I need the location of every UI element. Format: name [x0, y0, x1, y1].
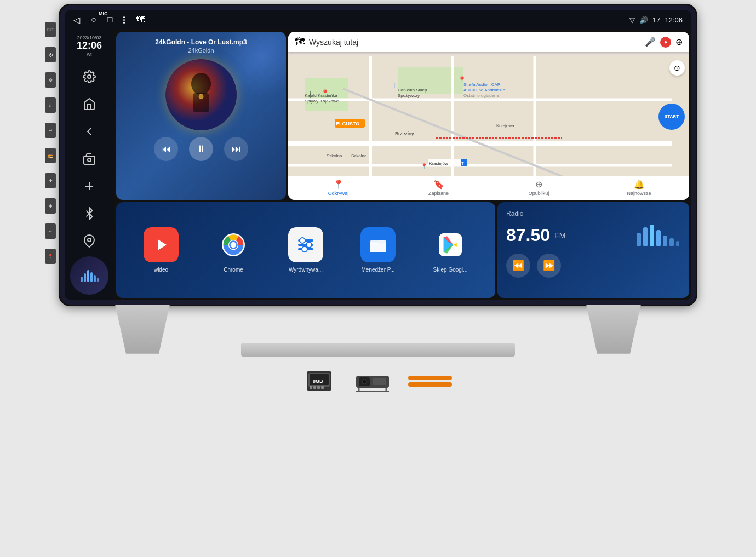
back-nav-btn[interactable]: ◁ [73, 15, 80, 25]
rst-button[interactable]: RST [45, 22, 56, 37]
map-saved-btn[interactable]: 🔖 Zapisane [388, 179, 489, 196]
svg-point-60 [231, 242, 237, 248]
home-button[interactable]: ⌂ [45, 97, 56, 113]
sidebar-bluetooth-icon[interactable] [77, 202, 101, 226]
stand-right-arm [586, 305, 641, 354]
svg-rect-72 [650, 225, 654, 246]
svg-point-16 [199, 94, 203, 99]
battery-level: 17 [652, 16, 660, 24]
more-nav-btn[interactable] [123, 16, 125, 24]
radio-prev-btn[interactable]: ⏪ [506, 254, 530, 278]
publish-label: Opublikuj [529, 191, 549, 196]
power-button[interactable]: ⏻ [45, 47, 56, 62]
add-button[interactable]: ✚ [45, 173, 56, 188]
svg-rect-93 [408, 376, 452, 380]
svg-text:Strefa Audio - CAR: Strefa Audio - CAR [463, 82, 501, 87]
svg-text:📍: 📍 [458, 76, 466, 84]
svg-text:AUDIO na Androidzie !: AUDIO na Androidzie ! [463, 88, 507, 93]
map-widget: 🗺 🎤 ● ⊕ [288, 32, 689, 200]
svg-point-65 [306, 242, 312, 248]
music-player: 24kGoldn - Love Or Lust.mp3 24kGoldn [116, 32, 286, 200]
recent-nav-btn[interactable]: □ [107, 15, 113, 25]
status-indicators: ▽ 🔊 17 12:06 [629, 16, 683, 24]
svg-text:ELGUSTO: ELGUSTO [336, 121, 359, 127]
status-bar: ◁ ○ □ 🗺 ▽ 🔊 17 12:06 [65, 10, 691, 30]
maps-nav-btn[interactable]: 🗺 [136, 15, 145, 25]
radio-button[interactable]: 📻 [45, 148, 56, 163]
map-search-input[interactable] [309, 38, 640, 47]
app-equalizer[interactable]: Wyrównywa... [288, 227, 323, 273]
app-video[interactable]: wideo [144, 227, 179, 273]
svg-rect-8 [84, 273, 86, 282]
radio-header: Radio [506, 210, 680, 217]
sidebar-radio-icon[interactable] [77, 147, 101, 171]
layers-icon[interactable]: ⊕ [675, 37, 683, 47]
video-app-label: wideo [154, 267, 168, 273]
latest-label: Najnowsze [627, 191, 651, 196]
sidebar-back-icon[interactable] [77, 119, 101, 143]
svg-point-6 [88, 238, 91, 242]
audio-widget[interactable] [70, 256, 108, 295]
stand-base [241, 343, 515, 357]
map-bg: Kajaki Krasieńka - Spływy Kajakowe... Da… [288, 56, 689, 176]
music-controls: ⏮ ⏸ ⏭ [123, 137, 279, 161]
next-button[interactable]: ⏭ [224, 137, 248, 161]
sidebar-location-icon[interactable] [77, 229, 101, 253]
start-navigation-btn[interactable]: START [658, 104, 685, 130]
svg-point-0 [88, 75, 91, 78]
sd-card-accessory: 8GB [304, 369, 337, 393]
map-publish-btn[interactable]: ⊕ Opublikuj [489, 179, 589, 196]
volume-icon: 🔊 [639, 16, 648, 24]
app-chrome[interactable]: Chrome [216, 227, 251, 273]
sidebar-home-icon[interactable] [77, 92, 101, 116]
chrome-app-label: Chrome [224, 267, 243, 273]
maps-logo: 🗺 [295, 36, 305, 48]
mic-search-icon[interactable]: 🎤 [645, 37, 656, 47]
svg-marker-55 [158, 239, 167, 250]
settings-button[interactable]: ⚙ [45, 72, 56, 88]
accessories-row: 8GB [304, 367, 452, 395]
svg-rect-74 [663, 236, 667, 246]
radio-next-btn[interactable]: ⏩ [537, 254, 561, 278]
svg-rect-76 [676, 241, 679, 246]
music-artist: 24kGoldn [123, 47, 279, 54]
radio-frequency: 87.50 [506, 225, 550, 245]
bluetooth-button[interactable]: ✱ [45, 198, 56, 214]
sidebar-settings-icon[interactable] [77, 65, 101, 89]
svg-text:📍: 📍 [421, 163, 428, 170]
svg-rect-82 [313, 386, 316, 389]
nav-left-button[interactable]: ← [45, 223, 56, 239]
saved-icon: 🔖 [433, 179, 444, 190]
svg-text:T: T [461, 161, 464, 166]
svg-text:Danielka Sklep: Danielka Sklep [398, 88, 427, 93]
sidebar-time: 12:06 [77, 41, 102, 51]
equalizer-app-label: Wyrównywa... [289, 267, 323, 273]
location-button[interactable]: 📍 [45, 249, 56, 264]
sidebar-add-icon[interactable] [77, 174, 101, 198]
equalizer-icon-wrap [288, 227, 323, 262]
svg-text:8GB: 8GB [313, 378, 323, 384]
map-compass-btn[interactable]: ⊙ [669, 60, 685, 76]
playstore-icon-wrap [433, 227, 468, 262]
playstore-icon [439, 233, 462, 256]
datetime-display: 2023/10/03 12:06 wt [77, 35, 102, 57]
map-discover-btn[interactable]: 📍 Odkrywaj [288, 179, 388, 196]
map-latest-btn[interactable]: 🔔 Najnowsze [589, 179, 689, 196]
record-button[interactable]: ● [660, 37, 671, 48]
map-search-bar: 🗺 🎤 ● ⊕ [288, 32, 689, 52]
app-playstore[interactable]: Sklep Googl... [433, 227, 468, 273]
pause-button[interactable]: ⏸ [189, 137, 213, 161]
app-files[interactable]: Menedżer P... [360, 227, 396, 273]
playstore-app-label: Sklep Googl... [433, 267, 468, 273]
svg-point-2 [88, 158, 91, 162]
svg-text:T: T [309, 90, 312, 96]
album-art [165, 59, 237, 130]
radio-band: FM [554, 231, 565, 240]
home-nav-btn[interactable]: ○ [91, 15, 96, 25]
right-main: 24kGoldn - Love Or Lust.mp3 24kGoldn [114, 30, 691, 300]
svg-rect-81 [310, 386, 312, 389]
svg-rect-12 [97, 278, 99, 282]
prev-button[interactable]: ⏮ [154, 137, 178, 161]
back-button[interactable]: ↩ [45, 123, 56, 138]
svg-text:Ostatnio oglądane: Ostatnio oglądane [463, 93, 499, 98]
